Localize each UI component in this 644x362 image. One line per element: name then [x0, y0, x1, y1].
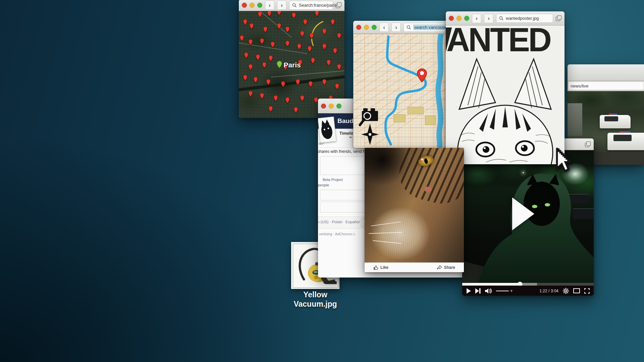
red-map-pin[interactable]: [285, 41, 289, 47]
minimize-button[interactable]: [250, 3, 255, 8]
red-map-pin[interactable]: [294, 107, 298, 113]
red-map-pin[interactable]: [240, 35, 244, 41]
like-button[interactable]: Like: [373, 265, 388, 270]
red-map-pin[interactable]: [268, 106, 273, 112]
play-overlay-button[interactable]: [512, 197, 534, 230]
red-map-pin[interactable]: [277, 23, 281, 29]
volume-slider-track[interactable]: [496, 291, 509, 291]
paris-map-marker[interactable]: Paris: [277, 61, 301, 68]
red-map-pin[interactable]: [267, 11, 272, 16]
red-map-pin[interactable]: [243, 75, 247, 81]
paris-window-titlebar[interactable]: ‹ › Search:france/paris: [239, 0, 344, 11]
red-map-pin[interactable]: [266, 79, 271, 85]
vancouver-street-map[interactable]: [353, 34, 448, 148]
next-button[interactable]: [475, 288, 481, 294]
forward-button[interactable]: ›: [391, 22, 401, 32]
tabby-cat-photo[interactable]: [365, 148, 464, 262]
forward-button[interactable]: ›: [277, 0, 286, 10]
red-map-pin[interactable]: [268, 55, 273, 61]
close-button[interactable]: [321, 104, 326, 109]
volume-plus[interactable]: +: [510, 289, 513, 293]
red-map-pin[interactable]: [311, 58, 315, 64]
profile-avatar[interactable]: [318, 117, 336, 143]
red-map-pin[interactable]: [277, 11, 281, 15]
video-progress-bar[interactable]: [462, 283, 594, 286]
share-button[interactable]: Share: [437, 265, 455, 270]
red-map-pin[interactable]: [308, 46, 312, 52]
minimize-button[interactable]: [329, 104, 334, 109]
red-map-pin[interactable]: [314, 97, 318, 103]
fullscreen-button[interactable]: [584, 288, 590, 294]
news-address-field[interactable]: news/live: [568, 81, 644, 90]
red-map-pin[interactable]: [262, 62, 266, 68]
red-map-pin[interactable]: [297, 44, 301, 50]
red-map-pin[interactable]: [263, 26, 267, 33]
zoom-button[interactable]: [464, 16, 469, 21]
duplicate-tab-icon[interactable]: [556, 15, 561, 21]
vancouver-search-field[interactable]: search:vancouver: [404, 23, 445, 32]
paris-search-field[interactable]: Search:france/paris: [289, 1, 333, 10]
red-map-pin[interactable]: [322, 28, 327, 35]
red-map-pin[interactable]: [270, 42, 275, 48]
volume-slider[interactable]: +: [496, 289, 513, 293]
red-map-pin[interactable]: [285, 97, 289, 103]
red-map-pin[interactable]: [309, 81, 313, 87]
wanted-address-field[interactable]: wantedposter.jpg: [496, 14, 553, 23]
red-map-pin[interactable]: [335, 83, 339, 89]
red-map-pin[interactable]: [248, 64, 253, 70]
close-button[interactable]: [242, 3, 247, 8]
back-button[interactable]: ‹: [472, 14, 481, 23]
red-map-pin[interactable]: [322, 44, 327, 50]
red-map-pin[interactable]: [337, 33, 341, 39]
zoom-button[interactable]: [257, 3, 262, 8]
red-map-pin[interactable]: [331, 19, 335, 25]
theater-mode-button[interactable]: [573, 288, 580, 293]
red-map-pin[interactable]: [303, 19, 308, 25]
red-map-pin[interactable]: [300, 31, 305, 37]
red-map-pin[interactable]: [260, 93, 264, 99]
red-map-pin[interactable]: [310, 33, 314, 39]
red-map-pin[interactable]: [285, 26, 289, 33]
red-map-pin[interactable]: [244, 52, 249, 58]
close-button[interactable]: [449, 16, 454, 21]
red-map-pin[interactable]: [248, 91, 253, 97]
red-map-pin[interactable]: [296, 79, 300, 85]
red-map-pin[interactable]: [243, 19, 247, 25]
red-map-pin[interactable]: [281, 81, 285, 87]
wanted-poster-image[interactable]: ANTED: [446, 25, 565, 164]
footer-links[interactable]: vertising · AdChoices ▷: [319, 232, 356, 236]
zoom-button[interactable]: [336, 104, 341, 109]
red-map-pin[interactable]: [249, 23, 254, 29]
settings-gear-icon[interactable]: [563, 288, 569, 294]
red-map-pin[interactable]: [315, 11, 319, 16]
red-map-pin[interactable]: [337, 64, 341, 70]
duplicate-tab-icon[interactable]: [336, 2, 341, 8]
link-beta-project[interactable]: Beta Project: [323, 178, 343, 182]
minimize-button[interactable]: [364, 25, 369, 30]
red-map-pin[interactable]: [274, 95, 278, 101]
red-map-pin[interactable]: [260, 38, 264, 44]
link-people[interactable]: people: [318, 183, 329, 187]
back-button[interactable]: ‹: [379, 22, 389, 32]
back-button[interactable]: ‹: [265, 0, 274, 10]
red-map-pin[interactable]: [322, 79, 327, 85]
wanted-window-titlebar[interactable]: ‹ › wantedposter.jpg: [446, 11, 565, 25]
zoom-button[interactable]: [372, 25, 377, 30]
red-map-pin[interactable]: [326, 60, 331, 66]
red-map-pin[interactable]: [256, 54, 260, 60]
vancouver-window-titlebar[interactable]: ‹ › search:vancouver: [353, 21, 448, 34]
red-map-pin[interactable]: [333, 48, 337, 54]
duplicate-tab-icon[interactable]: [585, 141, 591, 147]
red-map-pin[interactable]: [258, 11, 262, 17]
red-map-pin[interactable]: [254, 77, 258, 83]
forward-button[interactable]: ›: [484, 14, 493, 23]
red-map-pin[interactable]: [248, 39, 253, 45]
news-window-titlebar[interactable]: [568, 64, 644, 81]
play-button[interactable]: [466, 288, 471, 294]
red-map-pin[interactable]: [291, 12, 296, 18]
file-name-label[interactable]: Yellow Vacuum.jpg: [278, 290, 352, 309]
red-map-pin[interactable]: [300, 95, 305, 101]
close-button[interactable]: [356, 25, 361, 30]
volume-icon[interactable]: [485, 288, 492, 294]
minimize-button[interactable]: [457, 16, 462, 21]
